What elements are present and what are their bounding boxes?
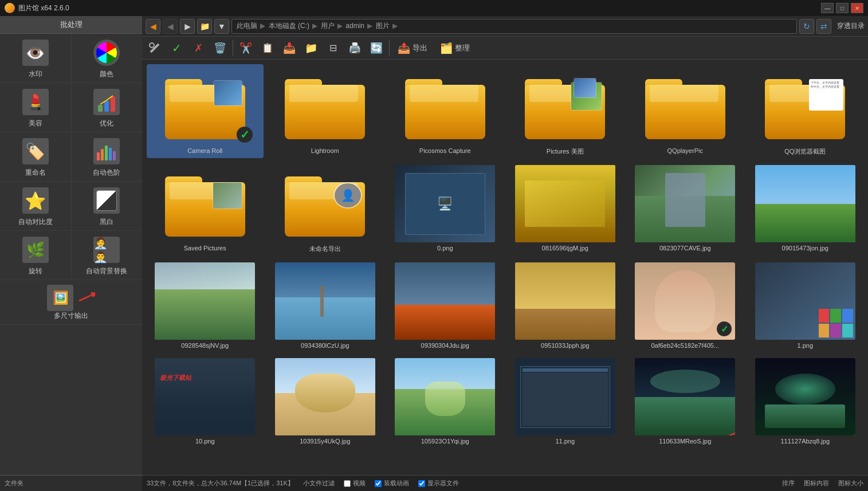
svg-rect-10 bbox=[150, 43, 160, 53]
sidebar-item-bw[interactable]: 黑白 bbox=[72, 182, 143, 230]
file-item-111127Ab[interactable]: 111127Abzq8.jpg bbox=[747, 355, 864, 447]
file-item-picosmos[interactable]: Picosmos Capture bbox=[387, 64, 504, 158]
file-item-qqplayer[interactable]: QQplayerPic bbox=[627, 64, 744, 158]
tool-organize-button[interactable]: 🗂️ 整理 bbox=[435, 40, 474, 57]
folder-thumb-qqplayer bbox=[635, 68, 735, 145]
nav-back-button[interactable]: ◀ bbox=[146, 19, 160, 34]
file-name-103915y4: 103915y4UkQ.jpg bbox=[275, 438, 375, 445]
status-animated[interactable]: 装载动画 bbox=[375, 479, 409, 488]
file-item-pictures-meitu[interactable]: Pictures 美图 bbox=[507, 64, 624, 158]
nav-see-through-icon[interactable]: ⇄ bbox=[816, 19, 831, 34]
sidebar-row-watermark: 👁️ 水印 颜色 bbox=[0, 34, 142, 83]
tool-paste-button[interactable]: 📥 bbox=[280, 39, 299, 57]
rename-icon: 🏷️ bbox=[21, 137, 50, 166]
nav-forward-button[interactable]: ◀ bbox=[163, 19, 178, 34]
svg-rect-2 bbox=[111, 96, 115, 112]
address-text: 此电脑 ▶ 本地磁盘 (C:) ▶ 用户 ▶ admin ▶ 图片 ▶ bbox=[237, 21, 399, 31]
tool-rotate-button[interactable]: 🔄 bbox=[367, 39, 386, 57]
file-item-0951033[interactable]: 0951033Jpph.jpg bbox=[507, 259, 624, 351]
file-thumb-110633MR bbox=[635, 358, 735, 435]
status-bar: 33文件，8文件夹，总大小36.74M【1已选择，31K】 小文件过滤 视频 装… bbox=[142, 475, 868, 491]
tool-checkx-button[interactable]: ✗ bbox=[189, 39, 207, 57]
sidebar-row-rename: 🏷️ 重命名 自动色阶 bbox=[0, 132, 142, 182]
sidebar-label-contrast: 自动对比度 bbox=[18, 217, 53, 227]
sidebar-item-multisize[interactable]: 🖼️ 多尺寸输出 bbox=[0, 280, 142, 324]
tool-folder-button[interactable]: 📁 bbox=[302, 39, 320, 57]
folder-icon bbox=[165, 171, 245, 237]
file-name-unnamed-export: 未命名导出 bbox=[275, 245, 375, 253]
file-item-10png[interactable]: 极光下载站 10.png bbox=[147, 355, 264, 447]
file-item-lightroom[interactable]: Lightroom bbox=[267, 64, 384, 158]
sidebar-item-rotate[interactable]: 🌿 旋转 bbox=[0, 231, 72, 280]
tool-print-button[interactable]: 🖨️ bbox=[345, 39, 364, 57]
file-item-1png[interactable]: 1.png bbox=[747, 259, 864, 351]
file-item-09015473[interactable]: 09015473jon.jpg bbox=[747, 162, 864, 256]
sidebar-label-autobg: 自动背景替换 bbox=[86, 266, 127, 276]
file-item-11png[interactable]: 11.png bbox=[507, 355, 624, 447]
nav-refresh-button[interactable]: ↻ bbox=[799, 19, 814, 34]
tool-split-button[interactable]: ⊟ bbox=[324, 39, 342, 57]
folder-thumb-picosmos bbox=[395, 68, 495, 145]
file-name-0816596: 0816596tjgM.jpg bbox=[515, 245, 615, 252]
toolbar: ✓ ✗ 🗑️ ✂️ 📋 📥 📁 ⊟ 🖨️ 🔄 📤 导出 🗂️ 整理 bbox=[142, 37, 868, 60]
status-video[interactable]: 视频 bbox=[344, 479, 366, 488]
content-area: ◀ ◀ ◀ 📁 ▼ 此电脑 ▶ 本地磁盘 (C:) ▶ 用户 ▶ admin ▶… bbox=[142, 16, 868, 491]
sidebar-row-contrast: ⭐ 自动对比度 黑白 bbox=[0, 182, 142, 231]
status-subdir[interactable]: 显示器文件 bbox=[418, 479, 459, 488]
maximize-button[interactable]: □ bbox=[836, 3, 849, 13]
file-item-camera-roll[interactable]: ✓ Camera Roll bbox=[147, 64, 264, 158]
file-item-0934380[interactable]: 0934380lCzU.jpg bbox=[267, 259, 384, 351]
title-bar-title: 图片馆 x64 2.6.0 bbox=[18, 3, 69, 13]
toolbar-sep2 bbox=[389, 40, 390, 56]
file-item-105923O1[interactable]: 105923O1Yqi.jpg bbox=[387, 355, 504, 447]
file-item-09390304[interactable]: 09390304Jdu.jpg bbox=[387, 259, 504, 351]
nav-folder-button[interactable]: 📁 bbox=[197, 19, 212, 34]
file-item-saved-pictures[interactable]: Saved Pictures bbox=[147, 162, 264, 256]
file-item-0af6eb24[interactable]: ✓ 0af6eb24c5182e7f405... bbox=[627, 259, 744, 351]
svg-rect-6 bbox=[109, 148, 112, 160]
animated-checkbox[interactable] bbox=[375, 480, 382, 487]
sidebar-label-rotate: 旋转 bbox=[29, 266, 42, 276]
see-through-label: 穿透目录 bbox=[837, 21, 865, 31]
tool-settings-button[interactable] bbox=[146, 39, 164, 57]
file-name-0928548: 0928548sjNV.jpg bbox=[155, 342, 255, 349]
file-item-0816596[interactable]: 0816596tjgM.jpg bbox=[507, 162, 624, 256]
tool-delete-button[interactable]: 🗑️ bbox=[211, 39, 229, 57]
address-bar[interactable]: 此电脑 ▶ 本地磁盘 (C:) ▶ 用户 ▶ admin ▶ 图片 ▶ bbox=[231, 19, 797, 34]
folder-icon: 👤 bbox=[285, 171, 365, 237]
sidebar-item-optimize[interactable]: 优化 bbox=[72, 83, 143, 132]
sidebar-item-contrast[interactable]: ⭐ 自动对比度 bbox=[0, 182, 72, 230]
svg-rect-7 bbox=[113, 151, 116, 160]
subdir-checkbox[interactable] bbox=[418, 480, 425, 487]
video-checkbox[interactable] bbox=[344, 480, 351, 487]
file-item-0823077[interactable]: 0823077CAVE.jpg bbox=[627, 162, 744, 256]
folder-icon bbox=[165, 73, 245, 139]
file-item-103915y4[interactable]: 103915y4UkQ.jpg bbox=[267, 355, 384, 447]
file-item-110633MR[interactable]: 110633MReoS.jpg bbox=[627, 355, 744, 447]
file-thumb-0png: 🖥️ bbox=[395, 165, 495, 242]
nav-forward2-button[interactable]: ◀ bbox=[180, 19, 195, 34]
sidebar-item-autolevels[interactable]: 自动色阶 bbox=[72, 132, 143, 181]
nav-dropdown-button[interactable]: ▼ bbox=[214, 19, 229, 34]
close-button[interactable]: ✕ bbox=[851, 3, 863, 13]
file-item-qq-screenshot[interactable]: 下中文。文字内容设置对中文。文字内容设置 QQ浏览器截图 bbox=[747, 64, 864, 158]
sidebar-item-autobg[interactable]: 🧑‍💼👨‍💼 自动背景替换 bbox=[72, 231, 143, 280]
file-item-0928548[interactable]: 0928548sjNV.jpg bbox=[147, 259, 264, 351]
file-thumb-09390304 bbox=[395, 262, 495, 340]
sidebar-item-rename[interactable]: 🏷️ 重命名 bbox=[0, 132, 72, 181]
file-item-0png[interactable]: 🖥️ 0.png bbox=[387, 162, 504, 256]
tool-export-button[interactable]: 📤 导出 bbox=[393, 40, 432, 57]
sidebar-item-watermark[interactable]: 👁️ 水印 bbox=[0, 34, 72, 83]
file-item-unnamed-export[interactable]: 👤 未命名导出 bbox=[267, 162, 384, 256]
tool-check-button[interactable]: ✓ bbox=[167, 39, 186, 57]
wrench-icon bbox=[147, 41, 162, 56]
file-grid: ✓ Camera Roll Lightroom bbox=[142, 60, 868, 475]
sidebar-label-beauty: 美容 bbox=[29, 119, 42, 128]
folder-thumb-qq-screenshot: 下中文。文字内容设置对中文。文字内容设置 bbox=[755, 68, 855, 145]
svg-rect-5 bbox=[105, 146, 108, 160]
minimize-button[interactable]: — bbox=[821, 3, 834, 13]
sidebar-item-beauty[interactable]: 💄 美容 bbox=[0, 83, 72, 132]
tool-cut-button[interactable]: ✂️ bbox=[237, 39, 255, 57]
sidebar-item-color[interactable]: 颜色 bbox=[72, 34, 143, 83]
tool-copy-button[interactable]: 📋 bbox=[258, 39, 277, 57]
